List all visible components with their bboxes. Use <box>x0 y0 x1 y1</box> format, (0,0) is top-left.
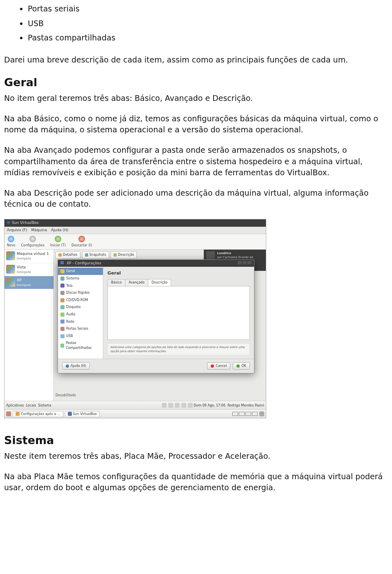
toolbar-label: Configurações <box>21 243 45 248</box>
vm-name: Máquina virtual 1 <box>17 251 49 257</box>
trash-icon[interactable] <box>259 411 264 416</box>
virtualbox-body: Máquina virtual 1 Desligada Vista Deslig… <box>4 250 266 401</box>
config-cancel-button[interactable]: Cancel <box>207 362 230 370</box>
ok-icon <box>236 364 240 368</box>
description-icon <box>114 253 117 257</box>
vm-state: Desligada <box>17 270 31 274</box>
close-icon[interactable] <box>247 261 252 264</box>
vm-item[interactable]: Vista Desligada <box>4 263 53 276</box>
window-controls[interactable] <box>237 261 252 266</box>
minimize-icon[interactable] <box>238 261 242 264</box>
panel-clock[interactable]: Dom 09 Ago, 17:06 <box>194 403 225 408</box>
config-dialog-title: XP - Configurações <box>67 261 101 265</box>
button-label: OK <box>241 364 246 369</box>
task-icon <box>16 412 20 416</box>
tray-icon[interactable] <box>175 403 180 408</box>
vm-state: Desligada <box>17 257 49 261</box>
virtualbox-menubar: Arquivo (F) Máquina Ajuda (H) <box>4 227 266 234</box>
tray-icon[interactable] <box>188 403 193 408</box>
gnome-bottom-panel: Configurações após a ... Sun VirtualBox <box>4 409 266 418</box>
panel-menu-aplicativos[interactable]: Aplicativos <box>6 403 24 408</box>
tab-snapshots[interactable]: Snapshots <box>82 251 109 259</box>
windows-icon <box>6 278 15 287</box>
serial-icon <box>60 327 65 331</box>
workspace-switcher[interactable] <box>232 412 258 416</box>
tab-descricao[interactable]: Descrição <box>111 251 137 259</box>
config-ok-button[interactable]: OK <box>233 362 250 370</box>
body-paragraph: Darei uma breve descrição de cada item, … <box>4 54 388 66</box>
virtualbox-window-titlebar[interactable]: Sun VirtualBox <box>4 219 266 227</box>
config-description-textarea[interactable] <box>107 286 250 340</box>
config-hint-text: Selecione uma categoria de opções da lis… <box>107 343 250 355</box>
tray-icon[interactable] <box>181 403 186 408</box>
shared-folder-icon <box>60 344 64 348</box>
floppy-icon <box>60 305 65 309</box>
panel-tray[interactable] <box>162 403 193 408</box>
vm-name: Vista <box>17 265 31 270</box>
config-cat-label: Pastas Compartilhadas <box>66 341 100 350</box>
button-label: Ajuda (H) <box>71 364 86 369</box>
config-dialog: XP - Configurações Geral Sistema Tela Di… <box>58 259 254 373</box>
vm-item[interactable]: Máquina virtual 1 Desligada <box>4 250 53 263</box>
config-cat-sistema[interactable]: Sistema <box>58 275 103 282</box>
show-desktop-icon[interactable] <box>6 411 11 416</box>
config-help-button[interactable]: Ajuda (H) <box>62 362 90 370</box>
config-cat-pastas[interactable]: Pastas Compartilhadas <box>58 339 103 351</box>
config-cat-label: Rede <box>66 319 74 324</box>
config-cat-discos[interactable]: Discos Rígidos <box>58 289 103 297</box>
taskbar-item[interactable]: Sun VirtualBox <box>65 411 100 418</box>
network-icon <box>60 319 65 324</box>
vm-state: Desligada <box>17 283 31 287</box>
promo-title: Lunático <box>217 251 263 255</box>
menu-arquivo[interactable]: Arquivo (F) <box>7 228 27 233</box>
panel-menu-locais[interactable]: Locais <box>26 403 36 408</box>
new-icon <box>8 236 14 242</box>
camera-icon <box>85 253 88 257</box>
maximize-icon[interactable] <box>243 261 247 264</box>
tray-icon[interactable] <box>168 403 173 408</box>
toolbar-iniciar-button[interactable]: Iniciar (T) <box>50 236 66 248</box>
virtualbox-app-icon <box>7 221 10 225</box>
vm-name: XP <box>17 278 31 283</box>
config-cat-disquete[interactable]: Disquete <box>58 304 103 311</box>
section-heading-sistema: Sistema <box>4 432 388 448</box>
toolbar-descartar-button[interactable]: Descartar (I) <box>71 236 92 248</box>
menu-maquina[interactable]: Máquina <box>31 228 47 233</box>
toolbar-novo-button[interactable]: Novo <box>7 236 16 248</box>
virtualbox-detail-pane: Lunático por Cachoeira Grande de Cachorr… <box>54 250 266 401</box>
menu-ajuda[interactable]: Ajuda (H) <box>51 228 68 233</box>
config-cat-usb[interactable]: USB <box>58 333 103 340</box>
toolbar-label: Iniciar (T) <box>50 243 66 248</box>
panel-menu-sistema[interactable]: Sistema <box>38 403 51 408</box>
detail-remaining-text: Desabilitado <box>54 391 266 401</box>
config-cat-rede[interactable]: Rede <box>58 318 103 326</box>
config-tab-avancado[interactable]: Avançado <box>125 279 148 286</box>
taskbar-item[interactable]: Configurações após a ... <box>13 411 63 418</box>
system-icon <box>60 277 65 281</box>
config-tab-basico[interactable]: Básico <box>107 279 125 286</box>
tab-label: Detalhes <box>63 252 78 257</box>
config-main-heading: Geral <box>107 270 250 277</box>
config-cat-tela[interactable]: Tela <box>58 282 103 290</box>
config-cat-portas-seriais[interactable]: Portas Seriais <box>58 325 103 333</box>
list-item: USB <box>28 18 388 33</box>
config-tab-descricao[interactable]: Descrição <box>148 279 171 286</box>
body-paragraph: Na aba Básico, como o nome já diz, temos… <box>4 113 388 136</box>
tab-detalhes[interactable]: Detalhes <box>56 251 80 259</box>
toolbar-config-button[interactable]: Configurações <box>21 236 45 248</box>
config-cat-geral[interactable]: Geral <box>58 268 103 275</box>
config-cat-cd[interactable]: CD/DVD-ROM <box>58 297 103 304</box>
config-cat-audio[interactable]: Áudio <box>58 311 103 318</box>
panel-user[interactable]: Rodrigo Mendes Pasini <box>227 403 264 408</box>
body-paragraph: Na aba Avançado podemos configurar a pas… <box>4 145 388 179</box>
task-label: Sun VirtualBox <box>73 412 97 417</box>
config-cat-label: Portas Seriais <box>66 326 88 331</box>
config-cat-label: CD/DVD-ROM <box>66 298 88 303</box>
toolbar-label: Descartar (I) <box>71 243 92 248</box>
cd-icon <box>60 298 65 302</box>
tab-label: Snapshots <box>89 252 107 257</box>
config-dialog-titlebar[interactable]: XP - Configurações <box>58 260 254 267</box>
virtualbox-window-title: Sun VirtualBox <box>12 220 39 226</box>
vm-item-selected[interactable]: XP Desligada <box>4 276 53 289</box>
tray-icon[interactable] <box>162 403 167 408</box>
